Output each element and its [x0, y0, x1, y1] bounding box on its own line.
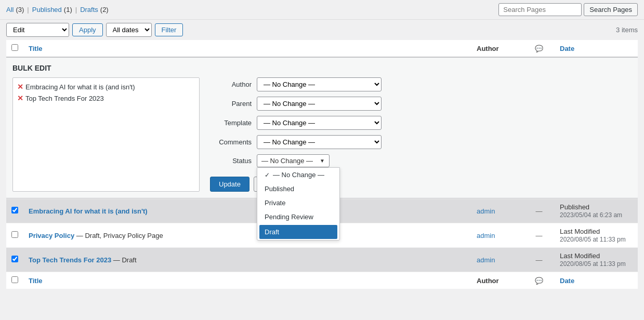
update-button[interactable]: Update [210, 177, 249, 192]
dates-select[interactable]: All dates [106, 23, 152, 37]
row-1-comments: — [536, 207, 543, 215]
template-select[interactable]: — No Change — [257, 116, 382, 130]
title-column-header[interactable]: Title [29, 45, 43, 52]
page-2-link[interactable]: Privacy Policy [29, 232, 74, 239]
row-3-date-value: 2020/08/05 at 11:33 pm [560, 260, 626, 268]
status-option-published[interactable]: Published [257, 182, 339, 196]
row-1-author[interactable]: admin [477, 207, 495, 215]
row-3-author[interactable]: admin [477, 256, 495, 264]
top-bar: All (3) | Published (1) | Drafts (2) Sea… [0, 0, 644, 20]
remove-page-2-button[interactable]: ✕ [17, 94, 23, 102]
status-option-pending-review-label: Pending Review [265, 213, 313, 221]
status-option-draft-label: Draft [265, 228, 279, 236]
row-2-date-label: Last Modified [560, 228, 600, 235]
status-option-private[interactable]: Private [257, 196, 339, 210]
author-column-header: Author [471, 40, 523, 57]
bulk-edit-panel: BULK EDIT ✕ Embracing AI for what it is … [6, 57, 638, 198]
parent-field-row: Parent — No Change — [210, 97, 632, 111]
edit-select[interactable]: Edit Move to Trash [6, 23, 69, 37]
status-option-no-change[interactable]: ✓ — No Change — [257, 168, 339, 182]
page-2-suffix: — Draft, Privacy Policy Page [76, 232, 163, 239]
footer-author-header: Author [471, 272, 523, 289]
row-1-date-value: 2023/05/04 at 6:23 am [560, 211, 622, 219]
template-label: Template [210, 119, 252, 127]
template-field-row: Template — No Change — [210, 116, 632, 130]
items-count: 3 items [616, 26, 638, 34]
footer-select-all-checkbox[interactable] [11, 276, 18, 283]
footer-comment-icon: 💬 [535, 277, 543, 285]
search-pages-button[interactable]: Search Pages [584, 3, 638, 16]
filter-button[interactable]: Filter [155, 23, 183, 36]
status-link-published[interactable]: Published [32, 6, 62, 14]
status-select-trigger[interactable]: — No Change — ▼ [257, 154, 330, 167]
main-content: Title Author 💬 Date BULK EDIT [0, 40, 644, 289]
pages-table: Title Author 💬 Date BULK EDIT [6, 40, 638, 289]
comments-select[interactable]: — No Change — [257, 135, 382, 149]
status-option-private-label: Private [265, 199, 285, 207]
toolbar: Edit Move to Trash Apply All dates Filte… [0, 20, 644, 40]
status-option-pending-review[interactable]: Pending Review [257, 210, 339, 224]
comment-icon: 💬 [535, 45, 543, 52]
row-1-date-label: Published [560, 203, 589, 211]
status-count-published: (1) [64, 6, 72, 14]
comments-label: Comments [210, 138, 252, 146]
status-field-row: Status — No Change — ▼ [210, 154, 632, 167]
row-2-comments: — [536, 232, 543, 239]
row-2-checkbox[interactable] [11, 231, 18, 238]
status-count-all: (3) [16, 6, 24, 14]
footer-title-header[interactable]: Title [29, 277, 43, 285]
page-2-name: Top Tech Trends For 2023 [25, 95, 104, 102]
page-1-link[interactable]: Embracing AI for what it is (and isn't) [29, 207, 148, 215]
status-option-no-change-label: — No Change — [273, 171, 324, 179]
row-3-comments: — [536, 256, 543, 264]
bulk-edit-fields: Author — No Change — Parent — No Ch [210, 77, 632, 192]
toolbar-left: Edit Move to Trash Apply All dates Filte… [6, 23, 183, 37]
page-3-suffix: — Draft [113, 256, 137, 264]
parent-select[interactable]: — No Change — [257, 97, 382, 111]
footer-date-header[interactable]: Date [560, 277, 574, 285]
page-wrap: All (3) | Published (1) | Drafts (2) Sea… [0, 0, 644, 320]
row-2-author[interactable]: admin [477, 232, 495, 239]
apply-button[interactable]: Apply [72, 23, 103, 36]
bulk-edit-row: BULK EDIT ✕ Embracing AI for what it is … [6, 57, 638, 199]
table-header-row: Title Author 💬 Date [6, 40, 638, 57]
chevron-down-icon: ▼ [320, 158, 325, 164]
date-column-header[interactable]: Date [560, 45, 574, 52]
row-1-checkbox[interactable] [11, 207, 18, 214]
bulk-edit-inner: ✕ Embracing AI for what it is (and isn't… [12, 77, 632, 192]
row-2-date-value: 2020/08/05 at 11:33 pm [560, 236, 626, 243]
status-link-all[interactable]: All [6, 6, 14, 14]
search-pages-area: Search Pages [498, 3, 638, 16]
comments-field-row: Comments — No Change — [210, 135, 632, 149]
row-3-checkbox[interactable] [11, 256, 18, 262]
comments-column-header: 💬 [523, 40, 555, 57]
check-icon: ✓ [265, 171, 270, 179]
status-label: Status [210, 157, 252, 165]
footer-comments-header: 💬 [523, 272, 555, 289]
table-footer-row: Title Author 💬 Date [6, 272, 638, 289]
status-option-published-label: Published [265, 185, 294, 193]
page-1-name: Embracing AI for what it is (and isn't) [25, 83, 135, 91]
status-trigger-text: — No Change — [261, 157, 313, 165]
page-3-link[interactable]: Top Tech Trends For 2023 [29, 256, 111, 264]
table-row: Top Tech Trends For 2023 — Draft admin —… [6, 248, 638, 272]
search-input[interactable] [498, 3, 582, 16]
bulk-edit-pages-list: ✕ Embracing AI for what it is (and isn't… [12, 77, 200, 192]
author-select[interactable]: — No Change — [257, 77, 382, 91]
list-item: ✕ Embracing AI for what it is (and isn't… [16, 81, 196, 92]
row-3-date-label: Last Modified [560, 252, 600, 260]
status-dropdown-list: ✓ — No Change — Published [257, 167, 340, 241]
parent-label: Parent [210, 100, 252, 108]
select-all-checkbox[interactable] [11, 44, 18, 51]
author-label: Author [210, 81, 252, 88]
status-count-drafts: (2) [100, 6, 109, 14]
status-links: All (3) | Published (1) | Drafts (2) [6, 6, 109, 14]
bulk-edit-cell: BULK EDIT ✕ Embracing AI for what it is … [6, 57, 638, 199]
remove-page-1-button[interactable]: ✕ [17, 83, 23, 91]
bulk-edit-title: BULK EDIT [12, 64, 632, 72]
list-item: ✕ Top Tech Trends For 2023 [16, 92, 196, 104]
author-field-row: Author — No Change — [210, 77, 632, 91]
status-link-drafts[interactable]: Drafts [80, 6, 98, 14]
status-option-draft[interactable]: Draft [259, 225, 337, 239]
status-dropdown-container: — No Change — ▼ ✓ — No Change — [257, 154, 330, 167]
